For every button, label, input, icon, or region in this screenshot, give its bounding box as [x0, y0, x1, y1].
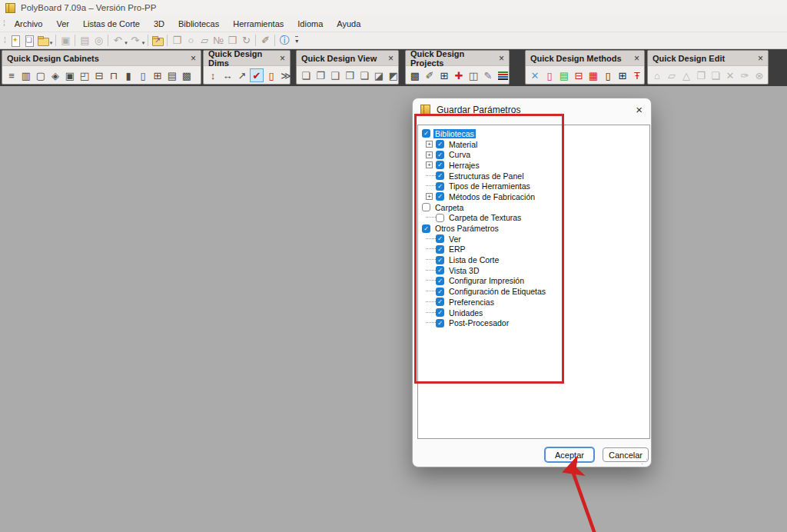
tree-item-label[interactable]: Configuración de Etiquetas — [447, 287, 547, 296]
tree-item-label[interactable]: Ver — [447, 234, 463, 244]
dim-arrow-icon[interactable]: ≫ — [279, 68, 293, 82]
menu-item-idioma[interactable]: Idioma — [291, 17, 330, 31]
tree-item-label[interactable]: Preferencias — [447, 298, 496, 307]
menu-item-ayuda[interactable]: Ayuda — [330, 17, 367, 31]
checked-checkbox[interactable]: ✓ — [436, 277, 444, 285]
open-folder-icon[interactable] — [36, 34, 50, 48]
view-cube-1-icon[interactable]: ❏ — [299, 68, 313, 82]
menu-item-archivo[interactable]: Archivo — [8, 17, 50, 31]
panel-close-icon[interactable]: × — [499, 54, 504, 63]
print-preview-icon[interactable]: ◎ — [91, 34, 105, 48]
tree-item-label[interactable]: Carpeta de Texturas — [447, 213, 523, 222]
tree-item-label[interactable]: Vista 3D — [447, 266, 481, 275]
tree-item-label[interactable]: Tipos de Herramientas — [447, 181, 532, 191]
accept-button[interactable]: Aceptar — [545, 447, 594, 462]
method-edges-icon[interactable]: ▤ — [557, 68, 571, 82]
checked-checkbox[interactable]: ✓ — [436, 192, 444, 201]
dim-check-icon[interactable]: ✔ — [250, 68, 264, 82]
cabinet-shelves-icon[interactable]: ≡ — [5, 68, 18, 82]
tree-item-label[interactable]: Material — [447, 140, 479, 149]
brush-icon[interactable]: ✑ — [738, 68, 752, 82]
view-cube-6-icon[interactable]: ◪ — [372, 68, 386, 82]
tree-item-label[interactable]: Post-Procesador — [447, 318, 510, 328]
checked-checkbox[interactable]: ✓ — [436, 161, 444, 169]
cabinet-blocks-icon[interactable]: ◰ — [78, 68, 91, 82]
cabinet-inset-icon[interactable]: ▣ — [63, 68, 77, 82]
cabinet-grid4-icon[interactable]: ⊞ — [151, 68, 164, 82]
shape-trapezoid-icon[interactable]: △ — [679, 68, 693, 82]
method-split-icon[interactable]: ⊟ — [572, 68, 586, 82]
checked-checkbox[interactable]: ✓ — [436, 245, 444, 254]
menu-item-bibliotecas[interactable]: Bibliotecas — [171, 17, 226, 31]
new-project-icon[interactable]: ❏ — [22, 34, 36, 48]
paste-shape-icon[interactable]: ❏ — [709, 68, 722, 82]
panel-close-icon[interactable]: × — [758, 54, 763, 63]
redo-icon-dropdown-caret[interactable]: ▾ — [142, 40, 145, 46]
checked-checkbox[interactable]: ✓ — [436, 182, 444, 191]
tree-item-label[interactable]: Métodos de Fabricación — [447, 192, 536, 201]
tree-item-label[interactable]: Herrajes — [447, 161, 481, 170]
add-icon[interactable]: ✚ — [452, 68, 466, 82]
checked-checkbox[interactable]: ✓ — [422, 129, 430, 138]
tree-item-label[interactable]: Otros Parámetros — [433, 224, 500, 233]
info-icon[interactable]: ⓘ — [277, 34, 291, 48]
save-icon[interactable]: ▣ — [58, 34, 72, 48]
export-folder-icon[interactable]: ↗ — [151, 34, 164, 48]
dialog-close-icon[interactable]: × — [636, 104, 643, 115]
tree-item-label[interactable]: Curva — [447, 150, 472, 159]
stripes-icon[interactable] — [496, 68, 510, 82]
cabinet-front-icon[interactable]: ⊞ — [437, 68, 451, 82]
checked-checkbox[interactable]: ✓ — [436, 151, 444, 159]
checked-checkbox[interactable]: ✓ — [436, 171, 444, 180]
pattern-icon[interactable]: ▩ — [408, 68, 422, 82]
tree-item-label[interactable]: Configurar Impresión — [447, 276, 526, 285]
checked-checkbox[interactable]: ✓ — [422, 224, 430, 233]
columns-icon[interactable]: ◫ — [467, 68, 480, 82]
dim-horizontal-icon[interactable]: ↔ — [221, 68, 234, 82]
checked-checkbox[interactable]: ✓ — [436, 140, 444, 148]
cylinder-icon[interactable]: ○ — [184, 34, 198, 48]
cabinet-frame-icon[interactable]: ▢ — [34, 68, 48, 82]
cabinet-diamond-icon[interactable]: ◈ — [48, 68, 62, 82]
tools-icon[interactable]: ✕ — [528, 68, 542, 82]
menu-item-ver[interactable]: Ver — [49, 17, 76, 31]
checked-checkbox[interactable]: ✓ — [436, 298, 444, 306]
method-panel-icon[interactable]: ▯ — [543, 68, 556, 82]
menu-item-herramientas[interactable]: Herramientas — [226, 17, 291, 31]
cube-icon[interactable]: ❐ — [170, 34, 184, 48]
cancel-icon[interactable]: ⊗ — [752, 68, 766, 82]
view-cube-3-icon[interactable]: ❑ — [328, 68, 342, 82]
cabinet-partitions-icon[interactable]: ▥ — [19, 68, 33, 82]
cabinet-base-icon[interactable]: ⊟ — [92, 68, 106, 82]
menu-item-listas-de-corte[interactable]: Listas de Corte — [76, 17, 147, 31]
cabinet-door-filled-icon[interactable]: ▮ — [121, 68, 135, 82]
copy-shape-icon[interactable]: ❐ — [694, 68, 708, 82]
tree-item-label[interactable]: ERP — [447, 244, 467, 254]
method-sections-icon[interactable]: ⊞ — [616, 68, 629, 82]
rotate-icon[interactable]: ↻ — [239, 34, 253, 48]
toolbar-overflow-icon[interactable]: ▾ — [295, 36, 298, 45]
pencil-icon[interactable]: ✎ — [481, 68, 495, 82]
dim-diagonal-icon[interactable]: ↗ — [235, 68, 249, 82]
screw-icon[interactable]: Ŧ — [630, 68, 644, 82]
checked-checkbox[interactable]: ✓ — [436, 266, 444, 274]
view-cube-2-icon[interactable]: ❐ — [314, 68, 327, 82]
panel-close-icon[interactable]: × — [280, 54, 285, 63]
tree-item-label[interactable]: Carpeta — [433, 203, 465, 212]
view-cube-5-icon[interactable]: ❏ — [357, 68, 371, 82]
panel-close-icon[interactable]: × — [634, 54, 639, 63]
redo-icon[interactable]: ↷ — [128, 34, 142, 48]
checked-checkbox[interactable]: ✓ — [436, 308, 444, 317]
eraser-icon[interactable]: ✐ — [423, 68, 437, 82]
toolbar-grip[interactable]: ⁞ — [1, 36, 8, 45]
cabinet-top-icon[interactable]: ⊓ — [107, 68, 121, 82]
view-cube-7-icon[interactable]: ◩ — [387, 68, 400, 82]
shape-polygon-icon[interactable]: ▱ — [665, 68, 679, 82]
tree-item-label[interactable]: Estructuras de Panel — [447, 171, 525, 181]
checked-checkbox[interactable]: ✓ — [436, 234, 444, 243]
view-cube-4-icon[interactable]: ❒ — [343, 68, 357, 82]
dim-vertical-icon[interactable]: ↕ — [206, 68, 220, 82]
shape-pentagon-icon[interactable]: ⌂ — [650, 68, 664, 82]
checked-checkbox[interactable]: ✓ — [436, 319, 444, 328]
expand-icon[interactable]: + — [426, 193, 433, 200]
